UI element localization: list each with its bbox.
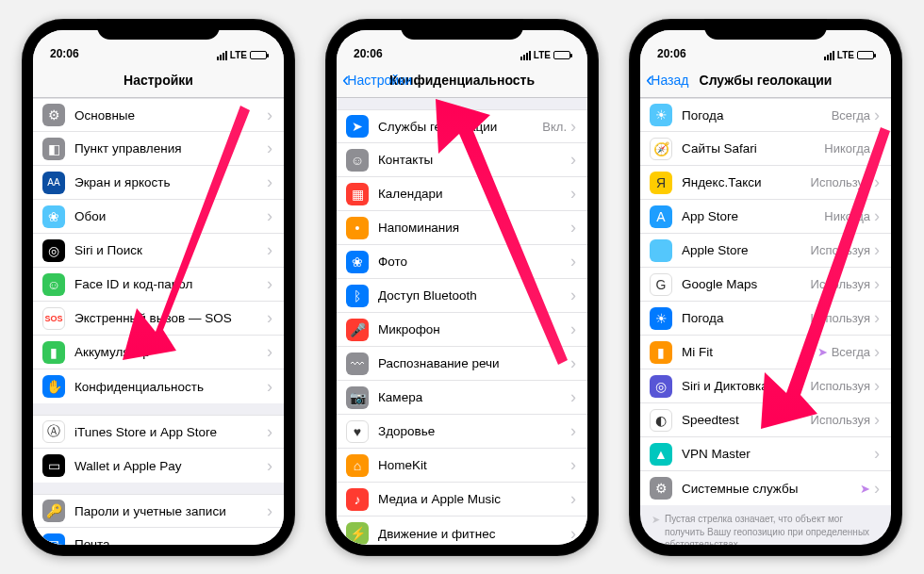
- chevron-right-icon: ›: [570, 150, 576, 170]
- chevron-right-icon: ›: [874, 444, 880, 464]
- row-value: Всегда: [832, 345, 870, 359]
- row-battery[interactable]: ▮Аккумулятор›: [33, 336, 284, 369]
- chevron-right-icon: ›: [570, 524, 576, 544]
- row-photos[interactable]: ❀Фото›: [337, 245, 587, 279]
- row-privacy[interactable]: ✋Конфиденциальность›: [33, 369, 284, 403]
- chevron-right-icon: ›: [874, 106, 880, 125]
- back-button[interactable]: ‹ Настройки: [342, 70, 412, 90]
- row-appstore[interactable]: AApp StoreНикогда›: [640, 200, 891, 234]
- row-label: Экстренный вызов — SOS: [74, 311, 267, 325]
- row-health[interactable]: ♥Здоровье›: [337, 415, 587, 449]
- chevron-right-icon: ›: [874, 274, 880, 294]
- back-label: Назад: [651, 73, 688, 88]
- wallet-icon: ▭: [42, 454, 65, 477]
- row-homekit[interactable]: ⌂HomeKit›: [337, 449, 587, 483]
- row-label: Speedtest: [682, 413, 811, 427]
- row-siri-dict[interactable]: ◎Siri и ДиктовкаИспользуя›: [640, 369, 891, 403]
- row-label: Аккумулятор: [74, 345, 267, 359]
- row-label: Микрофон: [378, 322, 570, 336]
- row-location-services[interactable]: ➤Службы геолокацииВкл.›: [337, 109, 587, 143]
- appstore-icon: A: [650, 205, 672, 228]
- row-contacts[interactable]: ☺Контакты›: [337, 143, 587, 177]
- row-label: App Store: [682, 209, 824, 223]
- chevron-right-icon: ›: [267, 206, 272, 226]
- battery-icon: [857, 51, 874, 59]
- row-wallet[interactable]: ▭Wallet и Apple Pay›: [33, 449, 284, 483]
- back-label: Настройки: [347, 73, 412, 88]
- row-label: Конфиденциальность: [74, 380, 267, 394]
- mifit-icon: ▮: [650, 341, 672, 364]
- row-siri[interactable]: ◎Siri и Поиск›: [33, 234, 284, 268]
- chevron-right-icon: ›: [570, 286, 576, 305]
- row-weather2[interactable]: ☀ПогодаИспользуя›: [640, 302, 891, 336]
- row-motion[interactable]: ⚡Движение и фитнес›: [337, 517, 587, 545]
- row-yandex[interactable]: ЯЯндекс.ТаксиИспользуя›: [640, 166, 891, 200]
- row-itunes[interactable]: ⒶiTunes Store и App Store›: [33, 415, 284, 449]
- gmaps-icon: G: [650, 273, 672, 296]
- motion-icon: ⚡: [346, 522, 369, 545]
- chevron-right-icon: ›: [570, 117, 576, 137]
- row-gmaps[interactable]: GGoogle MapsИспользуя›: [640, 268, 891, 302]
- homekit-icon: ⌂: [346, 454, 369, 477]
- media-icon: ♪: [346, 488, 369, 511]
- microphone-icon: 🎤: [346, 319, 369, 341]
- page-title: Настройки: [33, 73, 284, 88]
- row-display[interactable]: AAЭкран и яркость›: [33, 166, 284, 200]
- row-vpn[interactable]: ▲VPN Master›: [640, 437, 891, 471]
- chevron-right-icon: ›: [570, 218, 576, 238]
- row-label: Контакты: [378, 153, 570, 167]
- row-bluetooth[interactable]: ᛒДоступ Bluetooth›: [337, 279, 587, 313]
- yandex-icon: Я: [650, 172, 672, 194]
- row-camera[interactable]: 📷Камера›: [337, 381, 587, 415]
- row-sos[interactable]: SOSЭкстренный вызов — SOS›: [33, 302, 284, 336]
- navbar: Настройки: [33, 62, 284, 98]
- row-speedtest[interactable]: ◐SpeedtestИспользуя›: [640, 403, 891, 437]
- row-applestore[interactable]: Apple StoreИспользуя›: [640, 234, 891, 268]
- calendars-icon: ▦: [346, 183, 369, 205]
- row-passwords[interactable]: 🔑Пароли и учетные записи›: [33, 494, 284, 528]
- privacy-list[interactable]: ➤Службы геолокацииВкл.›☺Контакты›▦Календ…: [337, 98, 587, 545]
- row-calendars[interactable]: ▦Календари›: [337, 177, 587, 211]
- row-mail[interactable]: ✉Почта›: [33, 528, 284, 545]
- siri-dict-icon: ◎: [650, 375, 672, 398]
- row-wallpaper[interactable]: ❀Обои›: [33, 200, 284, 234]
- row-label: Движение и фитнес: [378, 527, 570, 541]
- faceid-icon: ☺: [42, 273, 65, 296]
- row-value: Используя: [811, 243, 870, 257]
- row-mifit[interactable]: ▮Mi Fit➤Всегда›: [640, 336, 891, 369]
- chevron-right-icon: ›: [267, 377, 272, 397]
- row-microphone[interactable]: 🎤Микрофон›: [337, 313, 587, 347]
- general-icon: ⚙: [42, 104, 65, 126]
- vpn-icon: ▲: [650, 443, 672, 466]
- chevron-right-icon: ›: [874, 172, 880, 192]
- phone-settings: 20:06 LTE Настройки ⚙Основные›◧Пункт упр…: [22, 19, 295, 556]
- row-media[interactable]: ♪Медиа и Apple Music›: [337, 483, 587, 517]
- footnote: ➤Пустая стрелка означает, что объект мог…: [652, 513, 880, 545]
- phone-privacy: 20:06 LTE ‹ Настройки Конфиденциальность…: [325, 19, 599, 556]
- row-reminders[interactable]: •Напоминания›: [337, 211, 587, 245]
- row-label: Доступ Bluetooth: [378, 288, 570, 303]
- chevron-right-icon: ›: [267, 308, 272, 328]
- row-weather1[interactable]: ☀ПогодаВсегда›: [640, 98, 891, 132]
- row-label: Яндекс.Такси: [682, 175, 811, 189]
- back-button[interactable]: ‹ Назад: [646, 70, 688, 90]
- row-control-center[interactable]: ◧Пункт управления›: [33, 132, 284, 166]
- battery-icon: [553, 51, 570, 59]
- chevron-right-icon: ›: [570, 489, 576, 509]
- speedtest-icon: ◐: [650, 409, 672, 432]
- signal-icon: [217, 51, 227, 60]
- row-label: Камера: [378, 390, 570, 404]
- chevron-right-icon: ›: [267, 422, 272, 442]
- location-list[interactable]: ☀ПогодаВсегда›🧭Сайты SafariНикогда›ЯЯнде…: [640, 98, 891, 545]
- settings-list[interactable]: ⚙Основные›◧Пункт управления›AAЭкран и яр…: [33, 98, 284, 545]
- row-system-services[interactable]: ⚙Системные службы➤›: [640, 471, 891, 505]
- row-speech[interactable]: 〰Распознавание речи›: [337, 347, 587, 381]
- row-label: Mi Fit: [682, 345, 817, 359]
- photos-icon: ❀: [346, 251, 369, 273]
- safari-icon: 🧭: [650, 138, 672, 160]
- row-label: Обои: [74, 209, 267, 223]
- row-general[interactable]: ⚙Основные›: [33, 98, 284, 132]
- row-faceid[interactable]: ☺Face ID и код-парол›: [33, 268, 284, 302]
- row-label: VPN Master: [682, 447, 874, 461]
- row-safari[interactable]: 🧭Сайты SafariНикогда›: [640, 132, 891, 166]
